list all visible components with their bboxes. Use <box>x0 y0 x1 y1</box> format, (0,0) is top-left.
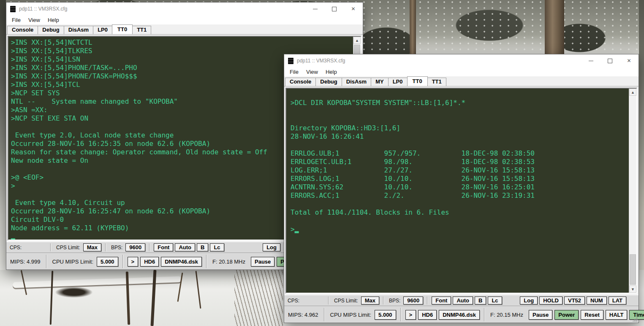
tab-my[interactable]: MY <box>371 78 389 86</box>
hd6-button[interactable]: HD6 <box>140 257 159 267</box>
auto-button[interactable]: Auto <box>175 243 195 251</box>
close-button[interactable]: ✕ <box>344 3 363 15</box>
snow-covered-log <box>13 276 182 288</box>
divider <box>105 243 106 251</box>
tab-disasm[interactable]: DisAsm <box>342 78 371 86</box>
lowercase-button[interactable]: Lc <box>488 296 502 304</box>
tab-tt1[interactable]: TT1 <box>427 78 446 86</box>
divider <box>149 243 150 251</box>
bold-button[interactable]: B <box>197 243 208 251</box>
vt52-button[interactable]: VT52 <box>564 296 585 304</box>
branch <box>196 271 201 309</box>
power-button[interactable]: Power <box>554 310 579 320</box>
twiggy-bush <box>234 270 283 326</box>
menu-view[interactable]: View <box>302 69 322 75</box>
mips-limit-label: CPU MIPS Limit: <box>51 259 95 265</box>
bold-button[interactable]: B <box>475 296 486 304</box>
reset-button[interactable]: Reset <box>581 310 603 320</box>
mips-limit-label: CPU MIPS Limit: <box>329 312 373 318</box>
scroll-down-icon[interactable]: ▼ <box>629 286 636 293</box>
tabbar: Console Debug DisAsm LP0 TT0 TT1 <box>6 24 363 35</box>
disk-image-button[interactable]: DNMP46.dsk <box>439 310 480 320</box>
menu-view[interactable]: View <box>24 17 44 23</box>
maximize-icon <box>608 59 612 63</box>
close-icon: ✕ <box>627 58 631 64</box>
bps-button[interactable]: 9600 <box>125 243 145 251</box>
titlebar[interactable]: pdp11 :: VM3RSX.cfg ✕ <box>284 54 639 67</box>
expand-devices-button[interactable]: > <box>128 257 139 267</box>
tab-console[interactable]: Console <box>285 78 316 86</box>
tab-tt1[interactable]: TT1 <box>132 26 151 34</box>
menu-file[interactable]: File <box>286 69 302 75</box>
chip-app-icon <box>288 58 293 64</box>
cps-label: CPS: <box>286 298 324 304</box>
terminal-statusbar: CPS: CPS Limit: Max BPS: 9600 Font Auto … <box>284 295 639 306</box>
divider <box>400 308 401 321</box>
lat-button[interactable]: LAT <box>609 296 626 304</box>
divider <box>46 255 47 268</box>
scrollbar-thumb[interactable] <box>630 254 636 285</box>
maximize-button[interactable] <box>601 54 620 67</box>
ground-shadow <box>55 287 93 298</box>
font-button[interactable]: Font <box>154 243 173 251</box>
pause-button[interactable]: Pause <box>529 310 552 320</box>
menubar: File View Help <box>6 15 363 24</box>
menu-help[interactable]: Help <box>44 17 63 23</box>
maximize-button[interactable] <box>325 3 344 15</box>
mips-limit-button[interactable]: 5.000 <box>97 257 118 267</box>
frequency-value: F: 20.18 MHz <box>211 259 247 265</box>
divider <box>206 255 207 268</box>
auto-button[interactable]: Auto <box>453 296 473 304</box>
terminal-scrollbar[interactable]: ▲ ▼ <box>629 89 636 293</box>
bps-button[interactable]: 9600 <box>403 296 423 304</box>
bps-label: BPS: <box>110 245 124 251</box>
close-button[interactable]: ✕ <box>620 54 639 67</box>
tab-debug[interactable]: Debug <box>38 26 64 34</box>
trees-left-strip <box>0 0 6 273</box>
cps-limit-label: CPS Limit: <box>55 245 82 251</box>
mips-limit-button[interactable]: 5.000 <box>375 310 396 320</box>
scrollbar-track[interactable] <box>629 96 636 286</box>
maximize-icon <box>332 7 337 11</box>
menu-help[interactable]: Help <box>322 69 341 75</box>
tab-tt0[interactable]: TT0 <box>407 76 428 86</box>
hd6-button[interactable]: HD6 <box>418 310 437 320</box>
cps-max-button[interactable]: Max <box>83 243 101 251</box>
tab-tt0[interactable]: TT0 <box>112 24 133 34</box>
divider <box>484 308 485 321</box>
bps-label: BPS: <box>388 298 402 304</box>
halt-button[interactable]: HALT <box>606 310 628 320</box>
titlebar[interactable]: pdp11 :: VM3RSX.cfg ✕ <box>6 3 363 15</box>
disk-image-button[interactable]: DNMP46.dsk <box>161 257 202 267</box>
expand-devices-button[interactable]: > <box>405 310 416 320</box>
minimize-button[interactable] <box>306 3 325 15</box>
tabbar: Console Debug DisAsm MY LP0 TT0 TT1 <box>284 76 639 86</box>
tab-disasm[interactable]: DisAsm <box>64 26 93 34</box>
scroll-up-icon[interactable]: ▲ <box>353 37 361 44</box>
tab-lp0[interactable]: LP0 <box>388 78 408 86</box>
pause-button[interactable]: Pause <box>251 257 274 267</box>
menu-file[interactable]: File <box>8 17 24 23</box>
num-button[interactable]: NUM <box>587 296 607 304</box>
scroll-up-icon[interactable]: ▲ <box>629 89 636 96</box>
frequency-value: F: 20.15 MHz <box>489 312 524 318</box>
minimize-button[interactable] <box>582 54 601 67</box>
menubar: File View Help <box>284 67 639 76</box>
mips-value: MIPS: 4.962 <box>287 312 320 318</box>
cps-limit-label: CPS Limit: <box>333 298 359 304</box>
log-button[interactable]: Log <box>520 296 538 304</box>
log-button[interactable]: Log <box>263 243 280 251</box>
tab-lp0[interactable]: LP0 <box>93 26 112 34</box>
close-icon: ✕ <box>351 6 355 12</box>
lowercase-button[interactable]: Lc <box>210 243 224 251</box>
terminal-panel: >DCL DIR KOPOBA"SYSTEM SYSTEM"::LB:[1,6]… <box>284 86 639 295</box>
hold-button[interactable]: HOLD <box>539 296 562 304</box>
tree-trunk <box>410 0 416 56</box>
cps-max-button[interactable]: Max <box>361 296 379 304</box>
tab-console[interactable]: Console <box>7 26 38 34</box>
branch <box>50 271 53 325</box>
terminal-output[interactable]: >DCL DIR KOPOBA"SYSTEM SYSTEM"::LB:[1,6]… <box>286 89 629 293</box>
font-button[interactable]: Font <box>432 296 451 304</box>
tab-debug[interactable]: Debug <box>315 78 342 86</box>
divider <box>50 243 51 251</box>
